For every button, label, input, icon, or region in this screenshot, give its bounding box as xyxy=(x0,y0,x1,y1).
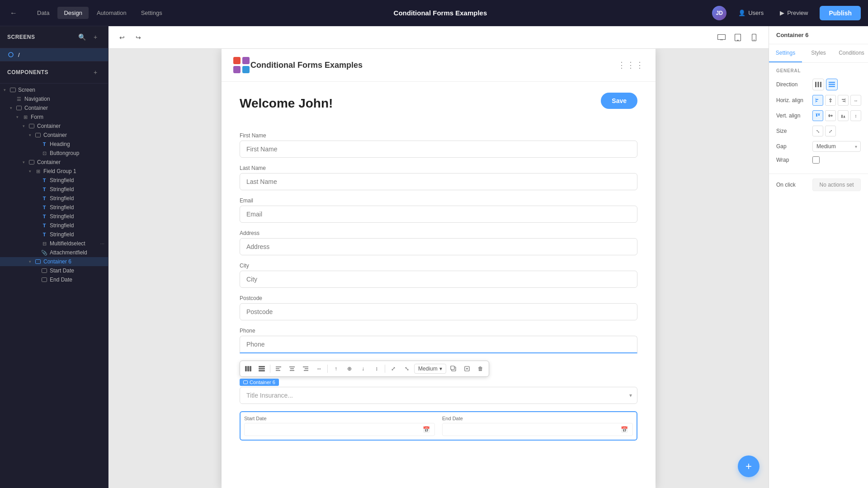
tablet-view-button[interactable] xyxy=(731,30,745,45)
gap-select[interactable]: Medium xyxy=(812,141,861,152)
add-component-button[interactable]: + xyxy=(90,67,101,78)
ft-align-right[interactable] xyxy=(299,362,312,375)
horiz-center-button[interactable] xyxy=(825,95,836,106)
ft-copy1-icon[interactable] xyxy=(447,362,460,375)
end-date-calendar-icon[interactable]: 📅 xyxy=(621,426,628,433)
city-input[interactable] xyxy=(240,271,637,288)
tree-item-stringfield-6[interactable]: T Stringfield xyxy=(0,221,108,230)
tree-item-form[interactable]: ▾ ⊞ Form xyxy=(0,113,108,122)
tree-item-screen[interactable]: ▾ Screen xyxy=(0,85,108,94)
stringfield-icon-1: T xyxy=(41,178,48,183)
ft-columns-icon[interactable] xyxy=(242,362,255,375)
rp-tab-settings[interactable]: Settings xyxy=(769,44,802,62)
insurance-select[interactable]: Title Insurance... xyxy=(240,387,637,404)
tree-item-stringfield-3[interactable]: T Stringfield xyxy=(0,194,108,203)
address-input[interactable] xyxy=(240,238,637,255)
back-button[interactable]: ← xyxy=(7,7,20,19)
ft-stretch[interactable]: ↔ xyxy=(313,362,326,375)
ft-gap-dropdown[interactable]: Medium ▾ xyxy=(414,364,446,374)
ft-copy2-icon[interactable] xyxy=(461,362,473,375)
vert-bot-button[interactable] xyxy=(838,110,849,121)
vert-stretch-button[interactable]: ↕ xyxy=(850,110,861,121)
direction-columns-button[interactable] xyxy=(812,79,824,90)
ft-valign-top[interactable]: ↑ xyxy=(330,362,342,375)
tree-item-container-4[interactable]: ▾ Container xyxy=(0,158,108,167)
add-screen-button[interactable]: + xyxy=(90,32,101,42)
svg-rect-16 xyxy=(233,57,241,64)
fab-button[interactable]: + xyxy=(738,455,760,477)
size-expand-button[interactable]: ⤢ xyxy=(825,126,836,136)
ft-rows-icon[interactable] xyxy=(255,362,268,375)
save-button[interactable]: Save xyxy=(601,93,637,109)
rp-tab-styles[interactable]: Styles xyxy=(802,44,835,62)
tree-item-multifieldselect[interactable]: ⊟ Multifieldselect ··· xyxy=(0,239,108,248)
sidebar-item-root[interactable]: / xyxy=(0,48,108,61)
direction-row: Direction xyxy=(776,79,861,90)
horiz-stretch-button[interactable]: ↔ xyxy=(850,95,861,106)
publish-button[interactable]: Publish xyxy=(820,6,861,20)
start-date-calendar-icon[interactable]: 📅 xyxy=(423,426,430,433)
tab-data[interactable]: Data xyxy=(31,7,56,19)
tree-item-navigation[interactable]: ☰ Navigation xyxy=(0,94,108,103)
users-button[interactable]: 👤 Users xyxy=(734,7,768,19)
floating-toolbar: ↔ ↑ ⊕ ↓ ↕ ⤢ ⤡ Medium ▾ xyxy=(240,361,489,377)
ft-valign-bot[interactable]: ↓ xyxy=(357,362,369,375)
vert-top-button[interactable] xyxy=(812,110,823,121)
app-header-dots[interactable]: ⋮⋮⋮ xyxy=(618,60,645,70)
tab-automation[interactable]: Automation xyxy=(90,7,133,19)
tree-label-sf4: Stringfield xyxy=(50,204,104,211)
tree-item-container-3[interactable]: ▾ Container xyxy=(0,131,108,140)
wrap-checkbox[interactable] xyxy=(812,156,820,164)
ft-collapse[interactable]: ⤡ xyxy=(401,362,413,375)
undo-button[interactable]: ↩ xyxy=(116,31,128,44)
last-name-input[interactable] xyxy=(240,173,637,190)
tree-item-container-2[interactable]: ▾ Container xyxy=(0,122,108,131)
desktop-view-button[interactable] xyxy=(714,30,729,45)
tree-item-attachmentfield[interactable]: 📎 Attachmentfield xyxy=(0,248,108,257)
tree-item-enddate[interactable]: End Date xyxy=(0,275,108,284)
right-panel-tabs: Settings Styles Conditions xyxy=(769,44,868,63)
tree-item-container6[interactable]: ▾ Container 6 xyxy=(0,257,108,266)
phone-field: Phone xyxy=(240,328,637,353)
vert-mid-button[interactable] xyxy=(825,110,836,121)
tree-label-container6: Container 6 xyxy=(43,258,104,265)
on-click-value[interactable]: No actions set xyxy=(812,178,861,191)
tree-item-heading[interactable]: T Heading xyxy=(0,140,108,149)
horiz-right-button[interactable] xyxy=(838,95,849,106)
email-input[interactable] xyxy=(240,206,637,223)
end-date-input-wrapper[interactable]: 📅 xyxy=(442,423,633,436)
tree-item-stringfield-2[interactable]: T Stringfield xyxy=(0,185,108,194)
direction-rows-button[interactable] xyxy=(826,79,838,90)
first-name-input[interactable] xyxy=(240,141,637,158)
tree-item-fieldgroup[interactable]: ▾ ⊞ Field Group 1 xyxy=(0,167,108,176)
ft-align-left[interactable] xyxy=(272,362,285,375)
ft-valign-stretch[interactable]: ↕ xyxy=(370,362,383,375)
tab-settings[interactable]: Settings xyxy=(135,7,169,19)
tree-item-stringfield-1[interactable]: T Stringfield xyxy=(0,176,108,185)
stringfield-icon-3: T xyxy=(41,196,48,201)
tree-label-heading: Heading xyxy=(50,141,104,147)
phone-input[interactable] xyxy=(240,336,637,353)
start-date-input-wrapper[interactable]: 📅 xyxy=(244,423,435,436)
tree-item-container-1[interactable]: ▾ Container xyxy=(0,103,108,113)
tree-item-stringfield-5[interactable]: T Stringfield xyxy=(0,212,108,221)
search-icon[interactable]: 🔍 xyxy=(76,32,87,42)
ft-expand[interactable]: ⤢ xyxy=(387,362,400,375)
tree-item-startdate[interactable]: Start Date xyxy=(0,266,108,275)
rp-tab-conditions[interactable]: Conditions xyxy=(835,44,868,62)
tree-more-mfs[interactable]: ··· xyxy=(100,241,104,246)
postcode-input[interactable] xyxy=(240,303,637,320)
city-label: City xyxy=(240,263,637,269)
ft-align-center[interactable] xyxy=(286,362,298,375)
ft-valign-mid[interactable]: ⊕ xyxy=(343,362,356,375)
preview-button[interactable]: ▶ Preview xyxy=(775,7,812,19)
mobile-view-button[interactable] xyxy=(747,30,761,45)
tab-design[interactable]: Design xyxy=(57,7,88,19)
horiz-left-button[interactable] xyxy=(812,95,823,106)
ft-delete-icon[interactable]: 🗑 xyxy=(474,362,487,375)
tree-item-buttongroup[interactable]: ⊡ Buttongroup xyxy=(0,149,108,158)
tree-item-stringfield-7[interactable]: T Stringfield xyxy=(0,230,108,239)
tree-item-stringfield-4[interactable]: T Stringfield xyxy=(0,203,108,212)
redo-button[interactable]: ↪ xyxy=(132,31,145,44)
size-shrink-button[interactable]: ⤡ xyxy=(812,126,823,136)
